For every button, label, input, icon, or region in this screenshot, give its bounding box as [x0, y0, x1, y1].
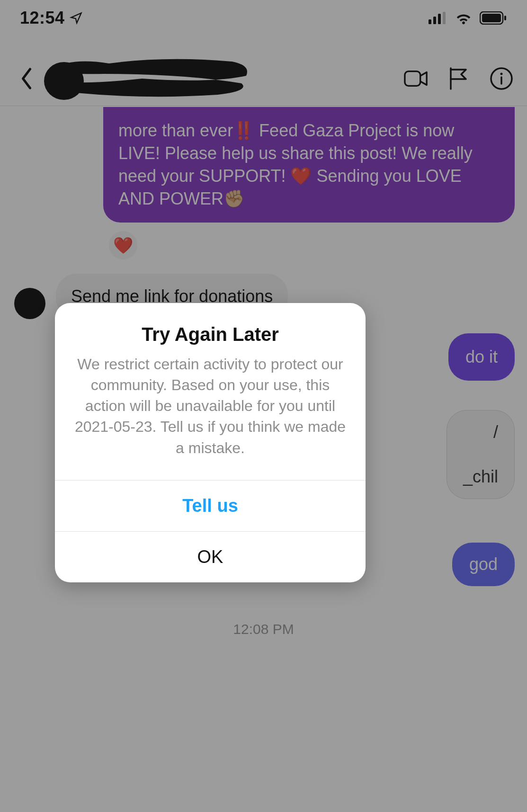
tell-us-button[interactable]: Tell us: [55, 480, 366, 531]
modal-title: Try Again Later: [55, 303, 366, 354]
modal-title-text: Try Again Later: [142, 324, 279, 345]
restriction-modal: Try Again Later We restrict certain acti…: [55, 303, 366, 582]
modal-body-text: We restrict certain activity to protect …: [75, 356, 346, 456]
app-screen: 12:54: [0, 0, 527, 812]
ok-label: OK: [197, 547, 223, 567]
modal-body: We restrict certain activity to protect …: [55, 354, 366, 480]
ok-button[interactable]: OK: [55, 531, 366, 582]
tell-us-label: Tell us: [182, 496, 238, 516]
